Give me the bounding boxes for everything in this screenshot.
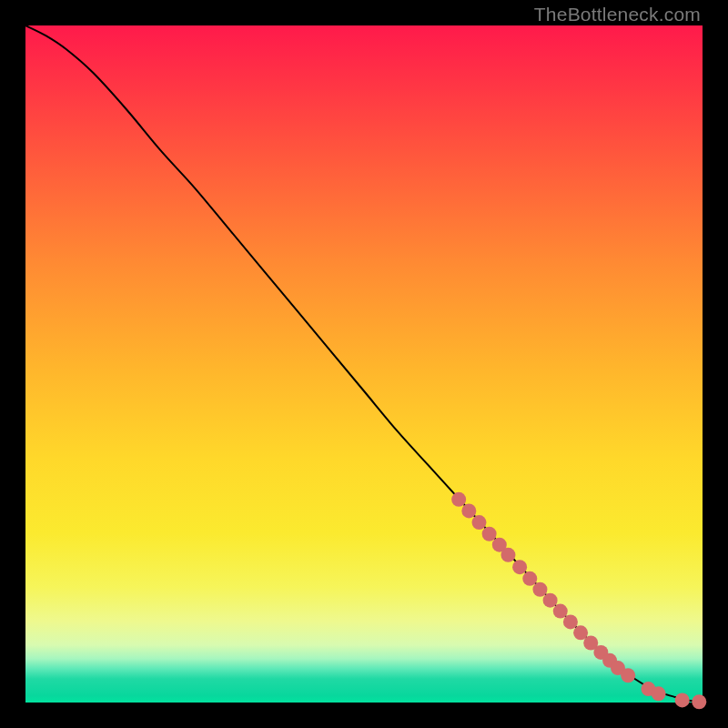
highlight-dot: [512, 560, 527, 574]
curve-layer: [25, 25, 703, 703]
highlight-dot: [532, 582, 547, 597]
highlight-dot: [553, 604, 568, 619]
highlight-dot: [543, 593, 558, 608]
highlight-dot: [621, 668, 635, 682]
highlight-dot: [461, 503, 476, 518]
highlight-dot: [652, 686, 666, 701]
highlight-dot: [500, 548, 515, 562]
highlight-dot: [563, 614, 578, 629]
bottleneck-curve: [25, 25, 703, 702]
highlight-dot: [451, 492, 466, 507]
highlight-dot: [471, 515, 486, 530]
highlight-dot: [675, 693, 690, 707]
highlight-dots: [451, 492, 706, 709]
plot-area: [25, 25, 703, 703]
highlight-dot: [482, 527, 497, 541]
highlight-dot: [522, 571, 537, 586]
highlight-dot: [692, 694, 706, 709]
watermark-text: TheBottleneck.com: [534, 4, 701, 25]
chart-frame: TheBottleneck.com: [0, 0, 728, 728]
